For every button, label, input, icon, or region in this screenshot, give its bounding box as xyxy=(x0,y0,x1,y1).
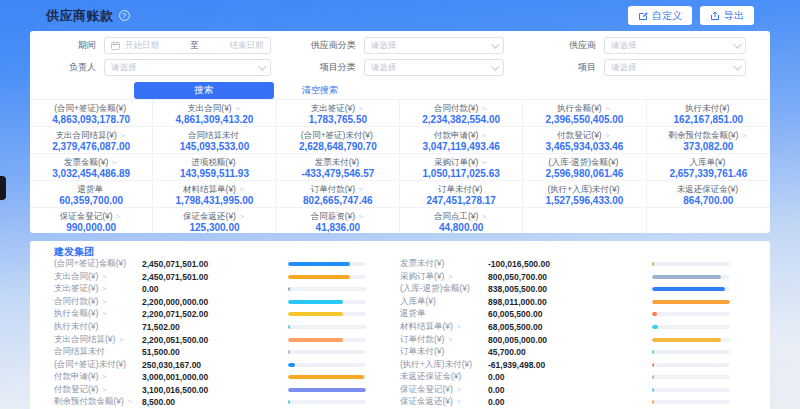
group-metric-row[interactable]: 采购订单(¥)＞800,050,700.00 xyxy=(400,271,746,284)
metric-card[interactable]: (入库-退货)金额(¥)2,596,980,061.46 xyxy=(523,154,646,181)
metric-card[interactable]: 付款登记(¥)＞3,465,934,033.46 xyxy=(523,127,646,154)
metric-card[interactable]: 发票金额(¥)＞3,032,454,486.89 xyxy=(30,154,153,181)
group-metric-row[interactable]: 付款申请(¥)＞3,000,001,000.00 xyxy=(54,371,400,384)
metric-card[interactable]: 剩余预付款金额(¥)＞373,082.00 xyxy=(647,127,770,154)
bar-track xyxy=(288,350,366,354)
group-metric-row[interactable]: 订单未付(¥)45,700.00 xyxy=(400,346,746,359)
export-label: 导出 xyxy=(724,9,744,23)
group-metric-row[interactable]: 执行未付(¥)71,502.00 xyxy=(54,321,400,334)
metric-value: 41,836.00 xyxy=(277,222,399,233)
metric-card[interactable]: 进项税额(¥)143,959,511.93 xyxy=(153,154,276,181)
row-label: 退货单 xyxy=(400,308,488,320)
group-metric-row[interactable]: 材料结算单(¥)＞68,005,500.00 xyxy=(400,321,746,334)
group-metric-row[interactable]: 合同付款(¥)＞2,200,000,000.00 xyxy=(54,296,400,309)
filter-form: 期间 开始日期 至 结束日期 供应商分类 请选择 供应商 请选择 负责人 xyxy=(30,31,770,99)
group-metric-row[interactable]: 发票未付(¥)-100,016,500.00 xyxy=(400,258,746,271)
metric-card[interactable]: 支出合同结算(¥)＞2,379,476,087.00 xyxy=(30,127,153,154)
select-placeholder: 请选择 xyxy=(111,62,137,74)
metric-card[interactable]: 执行金额(¥)＞2,396,550,405.00 xyxy=(523,100,646,127)
metric-card[interactable]: (执行+入库)未付(¥)1,527,596,433.00 xyxy=(523,181,646,208)
metric-label: 支出合同(¥)＞ xyxy=(153,103,275,114)
group-metric-row[interactable]: 保证金登记(¥)＞0.00 xyxy=(400,383,746,396)
metric-card[interactable]: 合同结算未付145,093,533.00 xyxy=(153,127,276,154)
metric-card[interactable]: 采购订单(¥)＞1,050,117,025.63 xyxy=(400,154,523,181)
clear-search-link[interactable]: 清空搜索 xyxy=(302,84,338,97)
metric-card[interactable]: 合同薪资(¥)＞41,836.00 xyxy=(277,208,400,233)
group-metric-row[interactable]: (合同+签证)未付(¥)250,030,167.00 xyxy=(54,358,400,371)
chevron-down-icon xyxy=(491,40,499,48)
customize-button[interactable]: 自定义 xyxy=(628,6,692,25)
group-metric-row[interactable]: (执行+入库)未付(¥)-61,939,498.00 xyxy=(400,358,746,371)
select-placeholder: 请选择 xyxy=(611,40,637,52)
bar-fill xyxy=(288,262,350,266)
supplier-category-select[interactable]: 请选择 xyxy=(364,37,504,54)
group-metric-row[interactable]: 付款登记(¥)＞3,100,016,500.00 xyxy=(54,383,400,396)
row-value: -61,939,498.00 xyxy=(488,360,545,370)
row-label: 支出合同(¥)＞ xyxy=(54,271,142,283)
metric-card[interactable]: 未返还保证金(¥)864,700.00 xyxy=(647,181,770,208)
metric-label: 发票金额(¥)＞ xyxy=(30,157,152,168)
bar-fill xyxy=(652,363,654,367)
metric-label: 保证金返还(¥)＞ xyxy=(153,211,275,222)
group-metric-row[interactable]: 执行金额(¥)＞2,200,071,502.00 xyxy=(54,308,400,321)
metric-card[interactable]: 支出合同(¥)＞4,861,309,413.20 xyxy=(153,100,276,127)
bar-fill xyxy=(652,350,654,354)
metric-card[interactable]: 保证金登记(¥)＞990,000.00 xyxy=(30,208,153,233)
metric-label: 合同点工(¥)＞ xyxy=(400,211,522,222)
supplier-select[interactable]: 请选择 xyxy=(604,37,746,54)
metric-card[interactable]: 保证金返还(¥)＞125,300.00 xyxy=(153,208,276,233)
group-metric-row[interactable]: 保证金返还(¥)＞0.00 xyxy=(400,396,746,409)
metric-card[interactable]: (合同+签证)金额(¥)4,863,093,178.70 xyxy=(30,100,153,127)
metric-label: (执行+入库)未付(¥) xyxy=(523,184,645,195)
project-category-select[interactable]: 请选择 xyxy=(364,59,504,76)
row-value: 3,000,001,000.00 xyxy=(142,372,208,382)
group-name-link[interactable]: 建发集团 xyxy=(54,245,746,258)
metric-card[interactable]: 入库单(¥)2,657,339,761.46 xyxy=(647,154,770,181)
metric-card[interactable]: 支出签证(¥)＞1,783,765.50 xyxy=(277,100,400,127)
bar-track xyxy=(288,262,366,266)
metric-label: 剩余预付款金额(¥)＞ xyxy=(647,130,770,141)
metric-card[interactable]: 合同付款(¥)＞2,234,382,554.00 xyxy=(400,100,523,127)
date-to-label: 至 xyxy=(164,40,225,52)
group-metric-row[interactable]: 合同结算未付51,500.00 xyxy=(54,346,400,359)
group-metric-row[interactable]: (合同+签证)金额(¥)2,450,071,501.00 xyxy=(54,258,400,271)
metric-card[interactable]: (合同+签证)未付(¥)2,628,648,790.70 xyxy=(277,127,400,154)
date-range-input[interactable]: 开始日期 至 结束日期 xyxy=(104,37,271,54)
metric-card[interactable]: 订单未付(¥)247,451,278.17 xyxy=(400,181,523,208)
group-metric-row[interactable]: 支出合同结算(¥)＞2,200,051,500.00 xyxy=(54,333,400,346)
chevron-right-icon: ＞ xyxy=(480,104,488,113)
group-metric-row[interactable]: 剩余预付款金额(¥)＞8,500.00 xyxy=(54,396,400,409)
row-label: 订单付款(¥)＞ xyxy=(400,334,488,346)
chevron-right-icon: ＞ xyxy=(446,335,454,344)
chevron-right-icon: ＞ xyxy=(357,104,365,113)
metric-label: 退货单 xyxy=(30,184,152,195)
metric-label: 采购订单(¥)＞ xyxy=(400,157,522,168)
row-value: 2,450,071,501.00 xyxy=(142,272,208,282)
help-icon[interactable]: ? xyxy=(119,10,130,21)
metric-card[interactable]: 订单付款(¥)＞802,665,747.46 xyxy=(277,181,400,208)
chevron-right-icon: ＞ xyxy=(446,272,454,281)
group-metric-row[interactable]: 退货单60,005,500.00 xyxy=(400,308,746,321)
metric-card[interactable]: 退货单60,359,700.00 xyxy=(30,181,153,208)
row-label: 采购订单(¥)＞ xyxy=(400,271,488,283)
metric-card[interactable]: 发票未付(¥)-433,479,546.57 xyxy=(277,154,400,181)
search-button[interactable]: 搜索 xyxy=(134,82,274,99)
metric-card[interactable]: 合同点工(¥)＞44,800.00 xyxy=(400,208,523,233)
metric-card[interactable]: 执行未付(¥)162,167,851.00 xyxy=(647,100,770,127)
project-select[interactable]: 请选择 xyxy=(604,59,746,76)
metric-card[interactable]: 材料结算单(¥)＞1,798,431,995.00 xyxy=(153,181,276,208)
side-drawer-handle[interactable] xyxy=(0,176,6,200)
bar-track xyxy=(652,375,730,379)
metric-card[interactable]: 付款申请(¥)＞3,047,119,493.46 xyxy=(400,127,523,154)
group-metric-row[interactable]: 订单付款(¥)＞800,005,000.00 xyxy=(400,333,746,346)
group-metric-row[interactable]: 未返还保证金(¥)0.00 xyxy=(400,371,746,384)
group-metric-row[interactable]: 入库单(¥)898,011,000.00 xyxy=(400,296,746,309)
group-metric-row[interactable]: 支出签证(¥)＞0.00 xyxy=(54,283,400,296)
chevron-right-icon: ＞ xyxy=(234,104,242,113)
group-right-column: 发票未付(¥)-100,016,500.00 采购订单(¥)＞800,050,7… xyxy=(400,258,746,409)
export-button[interactable]: 导出 xyxy=(700,6,754,25)
row-label: 发票未付(¥) xyxy=(400,258,488,270)
group-metric-row[interactable]: (入库-退货)金额(¥)838,005,500.00 xyxy=(400,283,746,296)
owner-select[interactable]: 请选择 xyxy=(104,59,271,76)
group-metric-row[interactable]: 支出合同(¥)＞2,450,071,501.00 xyxy=(54,271,400,284)
